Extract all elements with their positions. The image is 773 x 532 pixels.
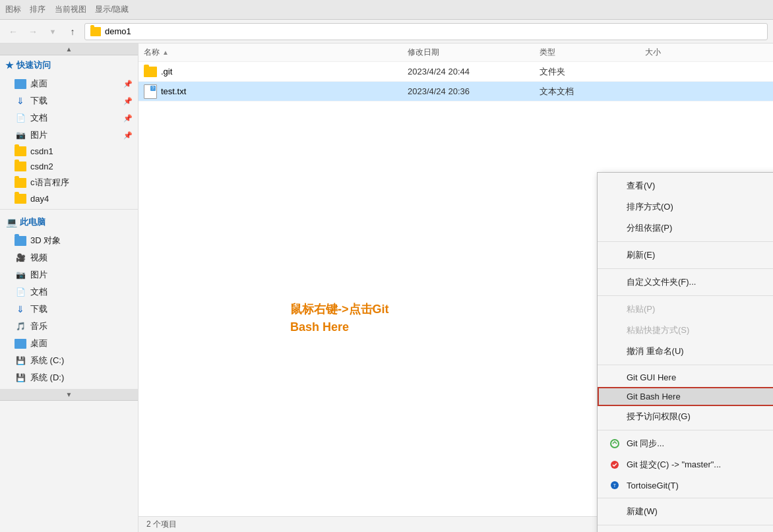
ctx-group[interactable]: 分组依据(P) › bbox=[598, 218, 773, 239]
sidebar-item-drive-c[interactable]: 💾 系统 (C:) bbox=[0, 352, 138, 369]
quick-access-header: ★ 快速访问 bbox=[0, 55, 138, 75]
sort-arrow: ▲ bbox=[162, 49, 169, 56]
sidebar-item-pc-docs[interactable]: 📄 文档 bbox=[0, 283, 138, 301]
item-count: 2 个项目 bbox=[146, 519, 177, 530]
ctx-paste-shortcut[interactable]: 粘贴快捷方式(S) bbox=[598, 320, 773, 341]
docs-icon: 📄 bbox=[15, 113, 26, 123]
file-row-git[interactable]: .git 2023/4/24 20:44 文件夹 bbox=[139, 62, 773, 82]
content-area: 名称 ▲ 修改日期 类型 大小 .git 2023/4/24 20:44 文件夹 bbox=[139, 44, 773, 532]
ctx-paste-label: 粘贴(P) bbox=[627, 303, 655, 315]
svg-point-0 bbox=[611, 440, 619, 448]
main-layout: ▲ ★ 快速访问 桌面 📌 ⇓ 下载 📌 📄 文档 📌 📷 图片 📌 bbox=[0, 44, 773, 532]
sidebar-item-label: day4 bbox=[30, 194, 49, 204]
back-button[interactable]: ← bbox=[5, 24, 21, 40]
ctx-tortoisegit-icon: T bbox=[608, 480, 621, 490]
ctx-new[interactable]: 新建(W) › bbox=[598, 501, 773, 522]
ctx-git-gui-label: Git GUI Here bbox=[627, 372, 676, 382]
ctx-grant-access[interactable]: 授予访问权限(G) › bbox=[598, 406, 773, 427]
col-header-date[interactable]: 修改日期 bbox=[402, 47, 534, 58]
sidebar-item-drive-d[interactable]: 💾 系统 (D:) bbox=[0, 369, 138, 386]
address-bar[interactable]: demo1 bbox=[84, 23, 768, 40]
ctx-view[interactable]: 查看(V) › bbox=[598, 175, 773, 196]
ctx-tortoisegit[interactable]: T TortoiseGit(T) › bbox=[598, 475, 773, 495]
ctx-git-bash-label: Git Bash Here bbox=[627, 392, 681, 401]
col-header-name[interactable]: 名称 ▲ bbox=[139, 47, 402, 58]
ctx-git-gui[interactable]: Git GUI Here bbox=[598, 368, 773, 387]
drive-icon: 💾 bbox=[15, 356, 26, 366]
up-button[interactable]: ↑ bbox=[65, 24, 80, 40]
file-type-git: 文件夹 bbox=[534, 66, 640, 78]
sidebar-item-video[interactable]: 🎥 视频 bbox=[0, 249, 138, 266]
ctx-customize[interactable]: 自定义文件夹(F)... bbox=[598, 272, 773, 293]
folder-icon-small bbox=[90, 27, 101, 36]
ctx-group-label: 分组依据(P) bbox=[627, 222, 672, 234]
col-header-size[interactable]: 大小 bbox=[640, 47, 773, 58]
sidebar-item-label: 下载 bbox=[30, 95, 47, 107]
file-type-badge: ? bbox=[150, 86, 156, 91]
ctx-new-label: 新建(W) bbox=[627, 506, 658, 517]
ctx-tortoisegit-label: TortoiseGit(T) bbox=[627, 481, 679, 490]
sidebar-item-csdn1[interactable]: csdn1 bbox=[0, 144, 138, 159]
sidebar-item-3d[interactable]: 3D 对象 bbox=[0, 232, 138, 249]
recent-button[interactable]: ▼ bbox=[45, 24, 61, 40]
ctx-divider-4 bbox=[598, 365, 773, 365]
pin-icon: 📌 bbox=[123, 114, 133, 123]
file-row-test[interactable]: ? test.txt 2023/4/24 20:36 文本文档 bbox=[139, 82, 773, 102]
sidebar-item-label: 3D 对象 bbox=[30, 235, 61, 247]
sidebar: ▲ ★ 快速访问 桌面 📌 ⇓ 下载 📌 📄 文档 📌 📷 图片 📌 bbox=[0, 44, 139, 532]
forward-button[interactable]: → bbox=[25, 24, 41, 40]
sidebar-item-label: 系统 (D:) bbox=[30, 372, 64, 384]
sidebar-item-label: 音乐 bbox=[30, 320, 47, 332]
sidebar-item-pc-pictures[interactable]: 📷 图片 bbox=[0, 266, 138, 283]
folder-3d-icon bbox=[15, 236, 26, 246]
folder-icon bbox=[15, 194, 26, 204]
sidebar-item-docs[interactable]: 📄 文档 📌 bbox=[0, 109, 138, 127]
sidebar-item-day4[interactable]: day4 bbox=[0, 191, 138, 206]
pin-icon: 📌 bbox=[123, 97, 133, 105]
ctx-divider-1 bbox=[598, 241, 773, 242]
ctx-paste[interactable]: 粘贴(P) bbox=[598, 299, 773, 320]
ctx-properties[interactable]: 属性(R) bbox=[598, 528, 773, 532]
file-date-git: 2023/4/24 20:44 bbox=[402, 67, 534, 76]
sidebar-item-label: 系统 (C:) bbox=[30, 355, 64, 367]
col-header-type[interactable]: 类型 bbox=[534, 47, 640, 58]
sidebar-item-csdn2[interactable]: csdn2 bbox=[0, 159, 138, 174]
ctx-divider-5 bbox=[598, 430, 773, 430]
sidebar-item-pc-download[interactable]: ⇓ 下载 bbox=[0, 301, 138, 318]
computer-icon: 💻 bbox=[5, 218, 17, 227]
ctx-view-label: 查看(V) bbox=[627, 180, 655, 192]
ctx-paste-shortcut-label: 粘贴快捷方式(S) bbox=[627, 324, 689, 336]
ctx-git-bash[interactable]: Git Bash Here bbox=[598, 387, 773, 406]
ctx-git-commit[interactable]: Git 提交(C) -> "master"... bbox=[598, 454, 773, 475]
ctx-sort[interactable]: 排序方式(O) › bbox=[598, 196, 773, 218]
quick-access-label: 快速访问 bbox=[16, 59, 51, 71]
pin-icon: 📌 bbox=[123, 131, 133, 140]
annotation-line2: Bash Here bbox=[290, 318, 389, 336]
ctx-refresh[interactable]: 刷新(E) bbox=[598, 245, 773, 266]
sidebar-item-label: 文档 bbox=[30, 286, 47, 298]
file-list-header: 名称 ▲ 修改日期 类型 大小 bbox=[139, 44, 773, 62]
sidebar-item-clang[interactable]: c语言程序 bbox=[0, 174, 138, 191]
ctx-undo[interactable]: 撤消 重命名(U) Ctrl+Z bbox=[598, 341, 773, 362]
this-pc-header: 💻 此电脑 bbox=[0, 212, 138, 232]
sidebar-item-download[interactable]: ⇓ 下载 📌 bbox=[0, 92, 138, 109]
image-icon: 📷 bbox=[15, 131, 26, 140]
ctx-divider-6 bbox=[598, 498, 773, 498]
sidebar-item-pc-desktop[interactable]: 桌面 bbox=[0, 335, 138, 352]
ctx-git-sync[interactable]: Git 同步... bbox=[598, 433, 773, 454]
ctx-divider-3 bbox=[598, 295, 773, 296]
sidebar-scroll-down[interactable]: ▼ bbox=[0, 389, 138, 401]
folder-icon bbox=[15, 146, 26, 156]
ctx-grant-label: 授予访问权限(G) bbox=[627, 411, 691, 423]
desktop-icon bbox=[15, 79, 26, 89]
ctx-git-sync-icon bbox=[608, 438, 621, 449]
video-icon: 🎥 bbox=[15, 253, 26, 263]
sidebar-item-desktop[interactable]: 桌面 📌 bbox=[0, 75, 138, 92]
sidebar-item-music[interactable]: 🎵 音乐 bbox=[0, 318, 138, 335]
file-label: .git bbox=[161, 67, 172, 76]
sidebar-item-label: 桌面 bbox=[30, 338, 47, 349]
sidebar-item-pictures[interactable]: 📷 图片 📌 bbox=[0, 127, 138, 144]
sidebar-scroll-up[interactable]: ▲ bbox=[0, 44, 138, 55]
svg-text:T: T bbox=[613, 483, 617, 488]
sidebar-item-label: 桌面 bbox=[30, 78, 47, 90]
